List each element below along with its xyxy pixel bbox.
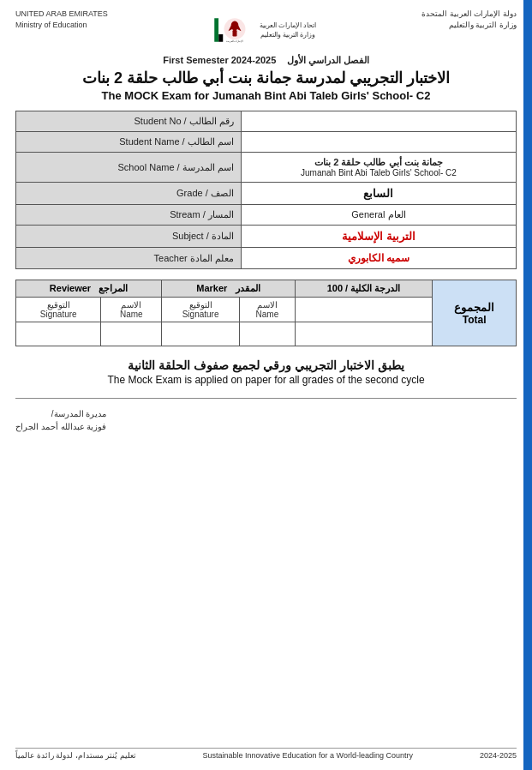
score-table: Reviewer المراجع Marker المقدر الدرجة ال… <box>15 280 517 346</box>
logo-area: الإمارات العربية اتحاد الإمارات العربية … <box>213 9 316 51</box>
marker-sig-empty <box>162 322 240 346</box>
footer-bottom-left: تعليم يُنتر مستدام، لدولة رائدة عالمياً <box>15 751 136 760</box>
principal-name: فوزية عبدالله أحمد الجراح <box>15 420 106 433</box>
principal-label: مديرة المدرسة/ <box>15 407 106 420</box>
reviewer-sig-label: التوقيع Signature <box>16 298 101 322</box>
marker-name-ar: الاسم <box>245 300 290 310</box>
footer-bottom-right: 2024-2025 <box>480 751 517 760</box>
reviewer-name-en: Name <box>106 310 156 319</box>
right-line1: دولة الإمارات العربية المتحدة <box>421 9 517 18</box>
student-name-label: اسم الطالب / Student Name <box>16 132 242 153</box>
svg-rect-2 <box>218 26 223 34</box>
stream-label: المسار / Stream <box>16 205 242 226</box>
school-name-label: اسم المدرسة / School Name <box>16 153 242 183</box>
main-title-ar: الاختبار التجريبي لمدرسة جمانة بنت أبي ط… <box>15 69 517 87</box>
notice-ar: يطبق الاختبار التجريبي ورقي لجميع صفوف ا… <box>15 358 517 372</box>
footer-area: مديرة المدرسة/ فوزية عبدالله أحمد الجراح <box>15 407 517 433</box>
student-name-row: اسم الطالب / Student Name <box>16 132 517 153</box>
main-title-en: The MOCK Exam for Jumanah Bint Abi Taleb… <box>15 89 517 102</box>
school-en: Jumanah Bint Abi Taleb Girls' School- C2 <box>248 168 509 177</box>
reviewer-sig-en: Signature <box>21 310 95 319</box>
grade-label: الصف / Grade <box>16 183 242 205</box>
degree-empty <box>295 298 433 322</box>
right-line2: وزارة التربية والتعليم <box>449 21 517 29</box>
footer-bottom: تعليم يُنتر مستدام، لدولة رائدة عالمياً … <box>15 748 517 760</box>
reviewer-sig-ar: التوقيع <box>21 300 95 310</box>
stream-value: General العام <box>241 205 516 226</box>
student-no-value <box>241 111 516 132</box>
svg-rect-8 <box>232 30 236 37</box>
score-total-empty <box>295 322 433 346</box>
semester-en: First Semester 2024-2025 <box>163 55 276 65</box>
page: UNITED ARAB EMIRATES Ministry of Educati… <box>0 0 532 770</box>
semester-line: الفصل الدراسي الأول First Semester 2024-… <box>15 55 517 66</box>
marker-en: Marker <box>196 283 227 293</box>
svg-rect-1 <box>218 18 223 26</box>
subject-row: المادة / Subject التربية الإسلامية <box>16 226 517 248</box>
reviewer-en: Reviewer <box>50 283 91 293</box>
semester-ar: الفصل الدراسي الأول <box>287 55 369 65</box>
svg-rect-3 <box>218 34 223 42</box>
footer-principal: مديرة المدرسة/ فوزية عبدالله أحمد الجراح <box>15 407 106 433</box>
header: UNITED ARAB EMIRATES Ministry of Educati… <box>15 9 517 51</box>
total-cell: المجموع Total <box>433 280 517 346</box>
teacher-label: معلم المادة Teacher <box>16 248 242 269</box>
reviewer-sig-empty <box>16 322 101 346</box>
marker-sig-en: Signature <box>167 310 234 319</box>
score-header-row: Reviewer المراجع Marker المقدر الدرجة ال… <box>16 280 517 298</box>
marker-ar: المقدر <box>236 283 260 293</box>
notice-en: The Mock Exam is applied on paper for al… <box>15 374 517 386</box>
header-left: UNITED ARAB EMIRATES Ministry of Educati… <box>15 9 108 30</box>
marker-sig-ar: التوقيع <box>167 300 234 310</box>
total-degree-header: الدرجة الكلية / 100 <box>295 280 433 298</box>
total-ar: المجموع <box>438 301 511 314</box>
marker-sig-label: التوقيع Signature <box>162 298 240 322</box>
teacher-value: سميه الكابوري <box>241 248 516 269</box>
grade-value: السابع <box>241 183 516 205</box>
marker-name-en: Name <box>245 310 290 319</box>
stream-row: المسار / Stream General العام <box>16 205 517 226</box>
marker-name-empty <box>240 322 296 346</box>
student-name-value <box>241 132 516 153</box>
header-right: دولة الإمارات العربية المتحدة وزارة التر… <box>421 9 517 30</box>
svg-rect-0 <box>214 18 218 42</box>
school-name-value: جمانة بنت أبي طالب حلقة 2 بنات Jumanah B… <box>241 153 516 183</box>
uae-logo: الإمارات العربية <box>213 9 256 51</box>
subject-label: المادة / Subject <box>16 226 242 248</box>
info-table: رقم الطالب / Student No اسم الطالب / Stu… <box>15 111 517 269</box>
reviewer-name-label: الاسم Name <box>101 298 162 322</box>
reviewer-ar: المراجع <box>99 283 128 293</box>
left-line2: Ministry of Education <box>15 21 87 29</box>
blue-sidebar <box>523 0 532 770</box>
school-ar: جمانة بنت أبي طالب حلقة 2 بنات <box>248 157 509 168</box>
total-degree-label: الدرجة الكلية / 100 <box>327 283 401 293</box>
svg-text:الإمارات العربية: الإمارات العربية <box>226 39 244 44</box>
reviewer-name-empty <box>101 322 162 346</box>
subject-value: التربية الإسلامية <box>241 226 516 248</box>
reviewer-name-ar: الاسم <box>106 300 156 310</box>
left-line1: UNITED ARAB EMIRATES <box>15 9 108 18</box>
marker-header: Marker المقدر <box>162 280 296 298</box>
ministry-text-center: اتحاد الإمارات العربية وزارة التربية وال… <box>260 21 316 39</box>
footer-bottom-center: Sustainable Innovative Education for a W… <box>136 751 480 760</box>
marker-name-label: الاسم Name <box>240 298 296 322</box>
student-no-label: رقم الطالب / Student No <box>16 111 242 132</box>
divider <box>15 398 517 399</box>
teacher-row: معلم المادة Teacher سميه الكابوري <box>16 248 517 269</box>
header-center: الإمارات العربية اتحاد الإمارات العربية … <box>213 9 316 51</box>
grade-row: الصف / Grade السابع <box>16 183 517 205</box>
reviewer-header: Reviewer المراجع <box>16 280 162 298</box>
school-name-row: اسم المدرسة / School Name جمانة بنت أبي … <box>16 153 517 183</box>
student-no-row: رقم الطالب / Student No <box>16 111 517 132</box>
total-en: Total <box>438 314 511 326</box>
